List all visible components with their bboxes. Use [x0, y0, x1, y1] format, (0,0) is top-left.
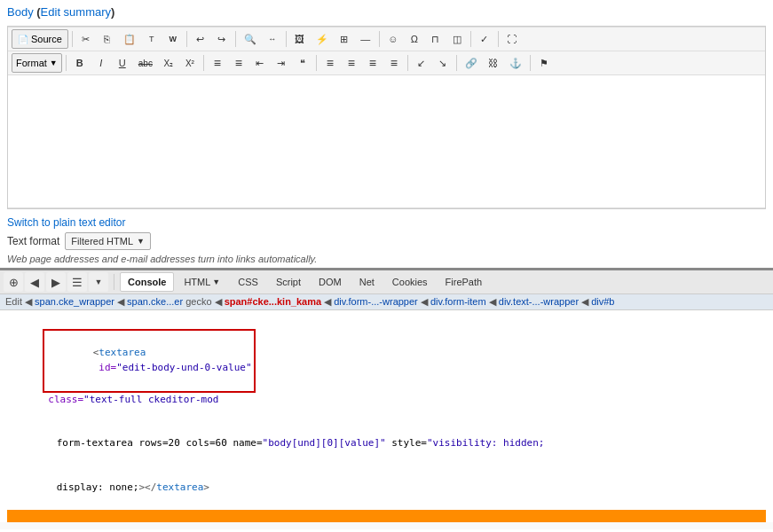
strikethrough-button[interactable]: abc — [134, 53, 157, 73]
superscript-button[interactable]: X² — [180, 53, 200, 73]
sep — [379, 31, 380, 47]
text-format-row: Text format Filtered HTML ▼ — [7, 232, 766, 250]
unlink-button[interactable]: ⛓ — [484, 53, 503, 73]
copy-button[interactable]: ⎘ — [98, 29, 117, 49]
editor-label: Body (Edit summary) — [7, 5, 766, 19]
hint-text: Web page addresses and e-mail addresses … — [7, 254, 766, 264]
redo-button[interactable]: ↪ — [212, 29, 232, 49]
undo-button[interactable]: ↩ — [191, 29, 210, 49]
bold-button[interactable]: B — [70, 53, 90, 73]
code-line-textarea3: display: none;></textarea> — [7, 466, 766, 510]
sep — [286, 31, 287, 47]
breadcrumb-div-form-item[interactable]: div.form-item — [430, 296, 486, 307]
paste-button[interactable]: 📋 — [119, 29, 140, 49]
format-dropdown[interactable]: Format ▼ — [12, 53, 62, 73]
indent-button[interactable]: ⇥ — [272, 53, 291, 73]
iframe-button[interactable]: ◫ — [447, 29, 467, 49]
html-tab-arrow: ▼ — [212, 278, 220, 286]
breadcrumb-edit: Edit — [5, 296, 22, 307]
devtools-menu-icon[interactable]: ☰ — [67, 272, 87, 292]
italic-button[interactable]: I — [91, 53, 111, 73]
sep — [114, 274, 114, 290]
devtools-toolbar: ⊕ ◀ ▶ ☰ ▼ Console HTML ▼ CSS Script DOM … — [0, 270, 773, 294]
toolbar-row1: 📄 Source ✂ ⎘ 📋 T W ↩ ↪ 🔍 ↔ 🖼 ⚡ ⊞ — ☺ Ω ⊓… — [8, 27, 765, 51]
tab-firepath[interactable]: FirePath — [438, 272, 491, 292]
sep — [203, 55, 204, 71]
devtools-back-icon[interactable]: ◀ — [25, 272, 44, 292]
sep — [72, 31, 73, 47]
align-center-button[interactable]: ≡ — [342, 53, 361, 73]
ltr-button[interactable]: ↘ — [433, 53, 453, 73]
cut-button[interactable]: ✂ — [76, 29, 96, 49]
devtools-panel: ⊕ ◀ ▶ ☰ ▼ Console HTML ▼ CSS Script DOM … — [0, 268, 773, 529]
tab-html[interactable]: HTML ▼ — [176, 272, 228, 292]
ol-button[interactable]: ≡ — [208, 53, 227, 73]
rtl-button[interactable]: ↙ — [412, 53, 431, 73]
subscript-button[interactable]: X₂ — [159, 53, 178, 73]
image-button[interactable]: 🖼 — [290, 29, 310, 49]
editor-body[interactable] — [8, 75, 765, 208]
sep — [407, 55, 408, 71]
breadcrumb-span-cke[interactable]: span.cke...er — [127, 296, 183, 307]
flag-button[interactable]: ⚑ — [534, 53, 554, 73]
tab-cookies[interactable]: Cookies — [384, 272, 436, 292]
text-format-label: Text format — [7, 235, 59, 247]
tab-console[interactable]: Console — [120, 272, 174, 292]
code-line-span: ▶ <span id="cke_edit-body-und-0-value" c… — [7, 510, 766, 523]
text-format-value: Filtered HTML — [71, 236, 133, 246]
tab-css[interactable]: CSS — [230, 272, 266, 292]
devtools-forward-icon[interactable]: ▶ — [46, 272, 66, 292]
body-label: Body — [7, 5, 34, 19]
code-panel: <textarea id="edit-body-und-0-value" cla… — [0, 310, 773, 522]
flash-button[interactable]: ⚡ — [312, 29, 333, 49]
breadcrumb-div-form-wrapper[interactable]: div.form-...-wrapper — [334, 296, 418, 307]
blockquote-button[interactable]: ❝ — [293, 53, 312, 73]
smiley-button[interactable]: ☺ — [383, 29, 403, 49]
sep — [316, 55, 317, 71]
paste-word-button[interactable]: W — [163, 29, 183, 49]
source-button[interactable]: 📄 Source — [12, 29, 68, 49]
format-arrow-icon: ▼ — [137, 237, 145, 246]
sep — [456, 55, 457, 71]
sep — [498, 31, 499, 47]
sep — [186, 31, 187, 47]
breadcrumb-span-kama[interactable]: span#cke...kin_kama — [225, 296, 321, 307]
sep — [235, 31, 236, 47]
edit-summary-link[interactable]: Edit summary — [41, 5, 111, 19]
find-button[interactable]: 🔍 — [240, 29, 261, 49]
breadcrumb-bar: Edit ◀ span.cke_wrapper ◀ span.cke...er … — [0, 294, 773, 310]
breadcrumb-div-text-wrapper[interactable]: div.text-...-wrapper — [499, 296, 579, 307]
table-button[interactable]: ⊞ — [335, 29, 354, 49]
code-line-textarea: <textarea id="edit-body-und-0-value" cla… — [7, 314, 766, 422]
devtools-inspect-icon[interactable]: ⊕ — [4, 272, 23, 292]
align-right-button[interactable]: ≡ — [363, 53, 383, 73]
code-line-textarea2: form-textarea rows=20 cols=60 name="body… — [7, 422, 766, 466]
breadcrumb-span-wrapper[interactable]: span.cke_wrapper — [35, 296, 114, 307]
editor-container: 📄 Source ✂ ⎘ 📋 T W ↩ ↪ 🔍 ↔ 🖼 ⚡ ⊞ — ☺ Ω ⊓… — [7, 26, 766, 209]
outdent-button[interactable]: ⇤ — [250, 53, 270, 73]
editor-section: Body (Edit summary) 📄 Source ✂ ⎘ 📋 T W ↩… — [0, 5, 773, 264]
paste-text-button[interactable]: T — [142, 29, 162, 49]
anchor-button[interactable]: ⚓ — [505, 53, 526, 73]
toolbar-row2: Format ▼ B I U abc X₂ X² ≡ ≡ ⇤ ⇥ ❝ ≡ ≡ ≡… — [8, 51, 765, 75]
link-button[interactable]: 🔗 — [461, 53, 482, 73]
maximize-button[interactable]: ⛶ — [502, 29, 522, 49]
replace-button[interactable]: ↔ — [263, 29, 282, 49]
page-break-button[interactable]: ⊓ — [426, 29, 446, 49]
align-justify-button[interactable]: ≡ — [384, 53, 404, 73]
sep — [470, 31, 471, 47]
underline-button[interactable]: U — [113, 53, 132, 73]
devtools-menu-arrow-icon[interactable]: ▼ — [89, 272, 108, 292]
tab-net[interactable]: Net — [351, 272, 383, 292]
tab-script[interactable]: Script — [268, 272, 309, 292]
switch-editor-link[interactable]: Switch to plain text editor — [7, 216, 766, 229]
align-left-button[interactable]: ≡ — [320, 53, 340, 73]
ul-button[interactable]: ≡ — [229, 53, 248, 73]
special-char-button[interactable]: Ω — [405, 29, 424, 49]
spell-check-button[interactable]: ✓ — [475, 29, 494, 49]
text-format-dropdown[interactable]: Filtered HTML ▼ — [65, 232, 151, 250]
sep — [530, 55, 531, 71]
breadcrumb-div-b[interactable]: div#b — [591, 296, 614, 307]
tab-dom[interactable]: DOM — [311, 272, 350, 292]
hr-button[interactable]: — — [356, 29, 375, 49]
